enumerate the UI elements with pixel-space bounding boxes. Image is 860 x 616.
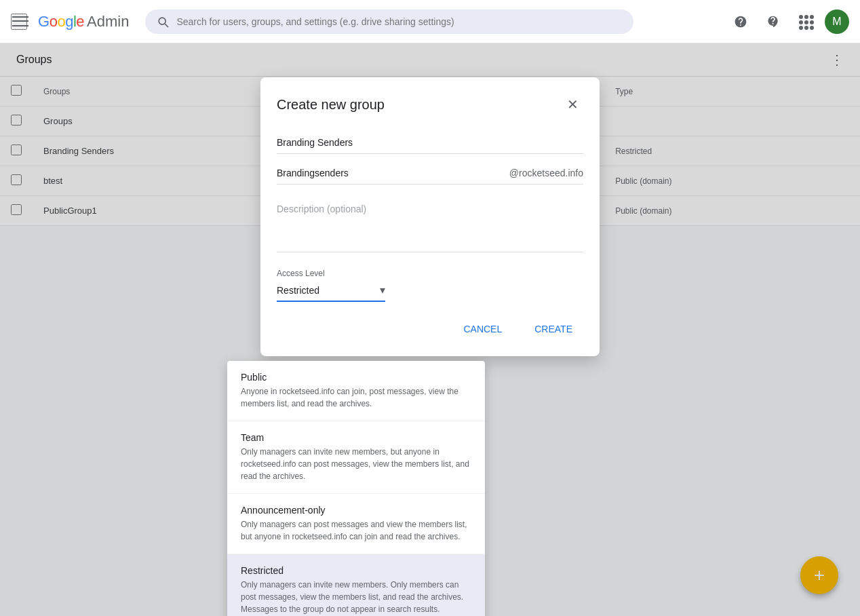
- access-dropdown-value: Restricted: [277, 285, 380, 296]
- modal-title: Create new group: [277, 97, 385, 113]
- support-icon: [766, 15, 780, 28]
- dropdown-option-team[interactable]: Team Only managers can invite new member…: [227, 421, 485, 494]
- email-domain: @rocketseed.info: [509, 168, 583, 178]
- content-area: Groups ⋮ Groups Email Address ↑ Type: [0, 43, 860, 616]
- cancel-button[interactable]: CANCEL: [452, 318, 513, 340]
- modal-footer: CANCEL CREATE: [277, 318, 583, 340]
- dropdown-option-announcement-only[interactable]: Announcement-only Only managers can post…: [227, 494, 485, 554]
- option-description: Only managers can invite new members. On…: [241, 579, 471, 615]
- email-row: @rocketseed.info: [277, 168, 583, 185]
- option-title: Public: [241, 372, 471, 383]
- create-group-modal: Create new group ✕ @rocketseed.info Acce…: [260, 77, 600, 356]
- access-level-dropdown-menu: Public Anyone in rocketseed.info can joi…: [227, 361, 485, 616]
- option-description: Only managers can post messages and view…: [241, 518, 471, 543]
- top-navigation: Google Admin M: [0, 0, 860, 43]
- menu-button[interactable]: [11, 14, 27, 30]
- dropdown-option-public[interactable]: Public Anyone in rocketseed.info can joi…: [227, 361, 485, 421]
- access-level-section: Access Level Restricted ▾: [277, 269, 583, 302]
- modal-close-button[interactable]: ✕: [562, 94, 583, 115]
- google-wordmark: Google: [38, 13, 84, 31]
- access-level-label: Access Level: [277, 269, 583, 278]
- apps-button[interactable]: [792, 8, 819, 35]
- help-icon: [734, 15, 747, 28]
- app-logo: Google Admin: [38, 13, 129, 31]
- access-level-dropdown[interactable]: Restricted ▾: [277, 284, 385, 302]
- description-input[interactable]: [277, 198, 583, 252]
- avatar[interactable]: M: [825, 9, 849, 34]
- option-description: Anyone in rocketseed.info can join, post…: [241, 385, 471, 410]
- support-button[interactable]: [760, 8, 787, 35]
- search-input[interactable]: [176, 16, 623, 27]
- option-title: Announcement-only: [241, 505, 471, 516]
- dropdown-option-restricted[interactable]: Restricted Only managers can invite new …: [227, 554, 485, 616]
- chevron-down-icon: ▾: [380, 284, 385, 296]
- option-title: Restricted: [241, 565, 471, 576]
- search-bar[interactable]: [145, 9, 633, 34]
- search-icon: [156, 15, 170, 28]
- description-field: [277, 198, 583, 255]
- main-content: Groups ⋮ Groups Email Address ↑ Type: [0, 43, 860, 616]
- option-title: Team: [241, 432, 471, 443]
- modal-header: Create new group ✕: [277, 94, 583, 115]
- email-prefix-input[interactable]: [277, 168, 509, 178]
- option-description: Only managers can invite new members, bu…: [241, 446, 471, 482]
- group-name-input[interactable]: [277, 132, 583, 154]
- create-button[interactable]: CREATE: [524, 318, 583, 340]
- grid-icon: [799, 15, 813, 28]
- help-button[interactable]: [727, 8, 754, 35]
- nav-actions: M: [727, 8, 849, 35]
- admin-wordmark: Admin: [87, 13, 129, 31]
- group-name-field: [277, 132, 583, 154]
